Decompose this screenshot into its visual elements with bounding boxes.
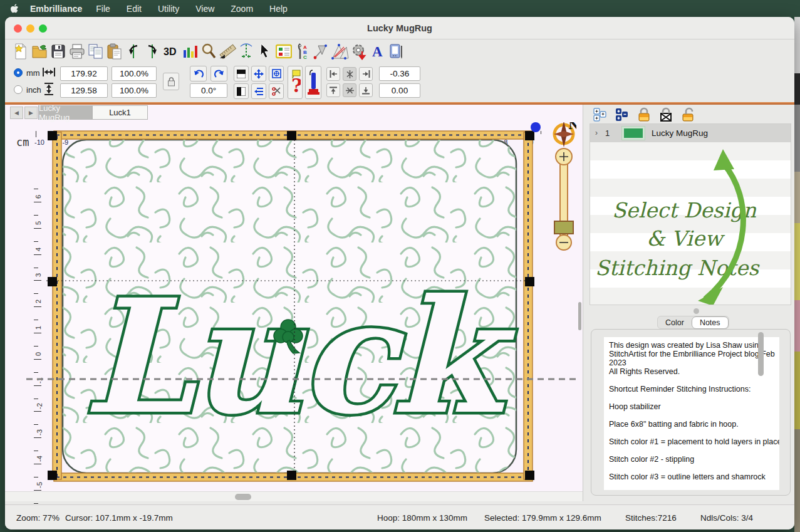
- center-design-button[interactable]: [251, 66, 266, 81]
- align-left-button[interactable]: [326, 67, 340, 81]
- window-title: Lucky MugRug: [5, 23, 794, 33]
- canvas-horizontal-scrollbar-thumb[interactable]: [235, 494, 251, 500]
- contrast-view-button[interactable]: [234, 66, 249, 81]
- zoom-tool-icon[interactable]: [199, 42, 218, 61]
- panel-scroll-dot[interactable]: [694, 308, 699, 314]
- object-list[interactable]: › 1 Lucky MugRug Select Design & View St…: [590, 123, 791, 305]
- canvas-vertical-scrollbar[interactable]: [577, 139, 582, 496]
- notes-panel: This design was created by Lisa Shaw usi…: [591, 329, 791, 496]
- print-icon[interactable]: [68, 42, 86, 61]
- machine-position-icon[interactable]: [237, 42, 256, 61]
- save-icon[interactable]: [49, 42, 68, 61]
- text-tool-icon[interactable]: A: [368, 42, 387, 61]
- unit-mm-radio[interactable]: [14, 68, 23, 77]
- menu-item-help[interactable]: Help: [269, 4, 288, 14]
- unit-mm-label: mm: [26, 68, 40, 78]
- canvas-zoom-slider[interactable]: [554, 149, 573, 250]
- design-tool-icon[interactable]: [331, 42, 350, 61]
- menu-bar: Embrilliance FileEditUtilityViewZoomHelp: [0, 0, 800, 17]
- offset-x-field[interactable]: -0.36: [379, 66, 420, 81]
- rotate-left-button[interactable]: [190, 66, 207, 81]
- lettering-tool-icon[interactable]: ABC: [293, 42, 312, 61]
- canvas-horizontal-scrollbar[interactable]: [5, 491, 583, 501]
- offset-y-field[interactable]: 0.00: [379, 83, 420, 98]
- align-top-button[interactable]: [326, 83, 340, 97]
- collapse-tree-icon[interactable]: [614, 107, 630, 123]
- color-palette-icon[interactable]: [274, 42, 293, 61]
- copy-icon[interactable]: [86, 42, 105, 61]
- density-chart-icon[interactable]: [180, 42, 199, 61]
- canvas-work-area[interactable]: ◀ ▶ Lucky MugRug Luck1 cm -10-9-8-7-6-5-…: [5, 105, 583, 501]
- new-document-icon[interactable]: [11, 42, 30, 61]
- height-field[interactable]: 129.58: [60, 83, 108, 98]
- lock-open-icon[interactable]: [680, 107, 696, 123]
- align-stitches-button[interactable]: [251, 83, 266, 99]
- design-panel: › 1 Lucky MugRug Select Design & View St…: [583, 105, 794, 501]
- undo-stitch-icon[interactable]: [124, 42, 143, 61]
- height-percent-field[interactable]: 100.0%: [112, 83, 157, 98]
- status-selected: Selected: 179.9mm x 129.6mm: [484, 513, 601, 523]
- background-window-sliver: [794, 17, 800, 532]
- fit-hoop-button[interactable]: [269, 66, 284, 81]
- status-cursor: Cursor: 107.1mm x -19.7mm: [65, 513, 173, 523]
- panel-tab-switcher: Color Notes: [657, 316, 729, 329]
- stitch-generate-icon[interactable]: [350, 42, 368, 61]
- title-bar[interactable]: Lucky MugRug: [5, 17, 794, 39]
- lock-crossed-icon[interactable]: [658, 107, 674, 123]
- node-edit-tool-icon[interactable]: [312, 42, 331, 61]
- select-tool-icon[interactable]: [256, 42, 274, 61]
- tab-color[interactable]: Color: [658, 317, 692, 328]
- expand-tree-icon[interactable]: [592, 107, 608, 123]
- split-view-button[interactable]: [234, 83, 249, 99]
- align-right-button[interactable]: [359, 67, 373, 81]
- svg-text:A: A: [372, 44, 383, 60]
- ruler-tick: [34, 503, 38, 504]
- open-folder-icon[interactable]: [30, 42, 49, 61]
- svg-text:N: N: [568, 122, 576, 132]
- design-lettering: Luck: [83, 264, 516, 449]
- width-icon: [43, 67, 55, 80]
- align-bottom-button[interactable]: [359, 83, 373, 97]
- rotation-field[interactable]: 0.0°: [190, 83, 227, 98]
- width-field[interactable]: 179.92: [60, 66, 108, 81]
- width-percent-field[interactable]: 100.0%: [112, 66, 157, 81]
- compass-icon: N: [554, 122, 576, 147]
- view-3d-icon[interactable]: 3D: [162, 42, 180, 61]
- help-notes-button[interactable]: ?: [288, 66, 303, 99]
- design-canvas[interactable]: Luck: [26, 122, 576, 491]
- align-vcenter-button[interactable]: [343, 83, 356, 97]
- lock-closed-icon[interactable]: [636, 107, 652, 123]
- notes-scrollbar-thumb[interactable]: [758, 332, 764, 376]
- menu-item-view[interactable]: View: [195, 4, 214, 14]
- menu-item-file[interactable]: File: [96, 4, 110, 14]
- aspect-lock-button[interactable]: [163, 73, 179, 90]
- svg-text:3D: 3D: [164, 46, 176, 57]
- unit-inch-radio[interactable]: [14, 85, 23, 94]
- paste-icon[interactable]: [105, 42, 124, 61]
- trim-scissors-button[interactable]: [269, 83, 284, 99]
- notes-editor-icon[interactable]: [387, 42, 406, 61]
- menu-item-edit[interactable]: Edit: [127, 4, 142, 14]
- stitch-simulator-button[interactable]: [305, 66, 321, 99]
- rotate-right-button[interactable]: [210, 66, 227, 81]
- origin-point-dot[interactable]: [531, 122, 541, 132]
- tab-notes[interactable]: Notes: [692, 316, 729, 329]
- status-zoom: Zoom: 77%: [16, 513, 60, 523]
- app-name[interactable]: Embrilliance: [30, 4, 82, 14]
- apple-icon[interactable]: [10, 4, 19, 14]
- object-list-toolbar: [592, 107, 696, 123]
- zoom-slider-handle[interactable]: [554, 221, 573, 234]
- menu-item-utility[interactable]: Utility: [158, 4, 179, 14]
- redo-stitch-icon[interactable]: [143, 42, 162, 61]
- notes-text-area[interactable]: This design was created by Lisa Shaw usi…: [604, 337, 779, 490]
- status-stitches: Stitches:7216: [625, 513, 677, 523]
- parameters-bar: mm inch 179.92 100.0% 129.58 100.0% 0.0°…: [5, 63, 794, 102]
- menu-item-zoom[interactable]: Zoom: [231, 4, 253, 14]
- measure-tool-icon[interactable]: [218, 42, 237, 61]
- status-needles: Ndls/Cols: 3/4: [700, 513, 753, 523]
- align-hcenter-button[interactable]: [343, 67, 356, 81]
- height-icon: [44, 83, 54, 98]
- annotation-arrow: [590, 124, 791, 305]
- canvas-vertical-scrollbar-thumb[interactable]: [578, 302, 581, 330]
- unit-inch-label: inch: [26, 85, 41, 95]
